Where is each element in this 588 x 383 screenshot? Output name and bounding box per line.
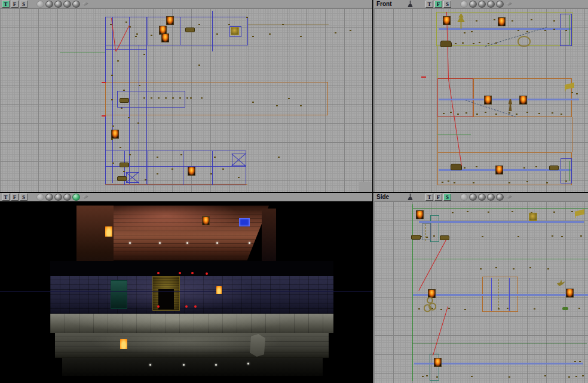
entity-sprite-lightdot[interactable] bbox=[249, 242, 250, 244]
entity-dot[interactable] bbox=[139, 85, 140, 86]
entity-dot[interactable] bbox=[151, 35, 152, 36]
entity-sprite-torch[interactable] bbox=[498, 17, 506, 26]
entity-dot[interactable] bbox=[495, 267, 497, 268]
entity-dot[interactable] bbox=[422, 376, 424, 377]
entity-dot[interactable] bbox=[288, 98, 290, 99]
pan-view-icon[interactable] bbox=[478, 1, 486, 8]
viewport-3d-canvas[interactable] bbox=[0, 201, 372, 383]
entity-sprite-lightdot[interactable] bbox=[215, 364, 217, 366]
viewport-top-canvas[interactable] bbox=[0, 8, 372, 192]
entity-dot[interactable] bbox=[186, 97, 188, 99]
entity-sprite-blob[interactable] bbox=[120, 163, 129, 167]
view-mode-button-t[interactable]: T bbox=[2, 1, 10, 8]
entity-dot[interactable] bbox=[111, 99, 113, 100]
entity-dot[interactable] bbox=[123, 171, 125, 172]
entity-sprite-torch[interactable] bbox=[202, 216, 210, 225]
entity-sprite-bird[interactable] bbox=[557, 280, 565, 286]
entity-dot[interactable] bbox=[454, 182, 455, 183]
view-mode-button-t[interactable]: T bbox=[425, 194, 433, 201]
entity-dot[interactable] bbox=[476, 166, 477, 167]
entity-dot[interactable] bbox=[278, 157, 280, 158]
entity-sprite-lightdot[interactable] bbox=[247, 363, 249, 364]
diamond-icon[interactable] bbox=[505, 1, 513, 8]
entity-dot[interactable] bbox=[238, 177, 240, 178]
entity-sprite-chain[interactable] bbox=[424, 297, 436, 312]
entity-dot[interactable] bbox=[282, 24, 284, 25]
entity-dot[interactable] bbox=[485, 112, 486, 113]
viewport-side-canvas[interactable] bbox=[374, 201, 588, 383]
rotate-view-icon[interactable] bbox=[45, 194, 53, 201]
entity-dot[interactable] bbox=[523, 167, 525, 168]
entity-dot[interactable] bbox=[476, 114, 478, 115]
view-mode-button-f[interactable]: F bbox=[434, 194, 442, 201]
entity-dot[interactable] bbox=[442, 182, 443, 183]
entity-sprite-flame-sm[interactable] bbox=[216, 286, 222, 294]
entity-dot[interactable] bbox=[448, 180, 449, 182]
entity-dot[interactable] bbox=[426, 375, 428, 376]
entity-dot[interactable] bbox=[507, 308, 509, 309]
entity-dot[interactable] bbox=[350, 30, 351, 31]
entity-dot[interactable] bbox=[529, 267, 531, 268]
orbit-view-icon[interactable] bbox=[487, 194, 495, 201]
entity-sprite-torch[interactable] bbox=[443, 16, 451, 25]
entity-dot[interactable] bbox=[471, 376, 473, 377]
rotate-view-icon[interactable] bbox=[469, 1, 477, 8]
view-mode-button-t[interactable]: T bbox=[425, 1, 433, 8]
entity-sprite-pot[interactable] bbox=[517, 36, 531, 47]
view-mode-button-s[interactable]: S bbox=[443, 194, 451, 201]
entity-sprite-reddot[interactable] bbox=[185, 305, 188, 308]
entity-dot[interactable] bbox=[580, 235, 582, 237]
entity-sprite-torch[interactable] bbox=[434, 358, 442, 367]
entity-dot[interactable] bbox=[526, 112, 528, 113]
entity-sprite-torch[interactable] bbox=[566, 289, 574, 298]
view-mode-button-f[interactable]: F bbox=[434, 1, 442, 8]
entity-dot[interactable] bbox=[269, 33, 271, 35]
entity-sprite-blob[interactable] bbox=[185, 27, 195, 32]
entity-dot[interactable] bbox=[436, 376, 438, 378]
entity-dot[interactable] bbox=[179, 97, 181, 99]
entity-dot[interactable] bbox=[488, 212, 489, 213]
shaded-view-icon[interactable] bbox=[72, 1, 80, 8]
entity-sprite-reddot[interactable] bbox=[157, 305, 160, 308]
entity-dot[interactable] bbox=[252, 36, 254, 37]
entity-sprite-gold[interactable] bbox=[231, 27, 239, 35]
entity-sprite-torch[interactable] bbox=[495, 166, 503, 174]
globe-icon[interactable] bbox=[36, 194, 44, 201]
entity-dot[interactable] bbox=[129, 154, 131, 155]
entity-dot[interactable] bbox=[128, 117, 130, 118]
view-mode-button-s[interactable]: S bbox=[20, 1, 27, 8]
entity-dot[interactable] bbox=[137, 122, 139, 124]
entity-sprite-flame[interactable] bbox=[120, 339, 127, 349]
entity-dot[interactable] bbox=[464, 309, 466, 310]
entity-sprite-flag[interactable] bbox=[574, 209, 584, 218]
entity-dot[interactable] bbox=[552, 112, 553, 114]
entity-dot[interactable] bbox=[111, 75, 113, 76]
entity-dot[interactable] bbox=[553, 20, 555, 22]
globe-icon[interactable] bbox=[460, 194, 468, 201]
entity-sprite-torch[interactable] bbox=[111, 130, 119, 139]
entity-dot[interactable] bbox=[450, 112, 452, 113]
entity-dot[interactable] bbox=[565, 180, 567, 182]
entity-dot[interactable] bbox=[426, 237, 428, 238]
entity-dot[interactable] bbox=[335, 32, 336, 33]
viewport-front-canvas[interactable] bbox=[374, 8, 588, 192]
entity-sprite-reddot[interactable] bbox=[206, 272, 208, 275]
entity-dot[interactable] bbox=[535, 166, 537, 167]
entity-dot[interactable] bbox=[300, 36, 302, 37]
entity-sprite-bluebox[interactable] bbox=[239, 218, 250, 226]
entity-dot[interactable] bbox=[582, 375, 584, 376]
entity-sprite-reddot[interactable] bbox=[157, 272, 160, 274]
entity-dot[interactable] bbox=[300, 105, 302, 106]
entity-dot[interactable] bbox=[547, 268, 549, 269]
entity-sprite-torch[interactable] bbox=[416, 210, 424, 219]
entity-sprite-boot[interactable] bbox=[451, 164, 462, 170]
entity-dot[interactable] bbox=[544, 30, 546, 31]
entity-dot[interactable] bbox=[517, 236, 519, 237]
entity-dot[interactable] bbox=[480, 268, 482, 269]
entity-sprite-torch[interactable] bbox=[188, 167, 195, 176]
entity-dot[interactable] bbox=[574, 361, 576, 362]
entity-dot[interactable] bbox=[198, 24, 200, 25]
entity-dot[interactable] bbox=[561, 114, 562, 115]
entity-dot[interactable] bbox=[495, 42, 497, 44]
entity-dot[interactable] bbox=[125, 22, 127, 23]
